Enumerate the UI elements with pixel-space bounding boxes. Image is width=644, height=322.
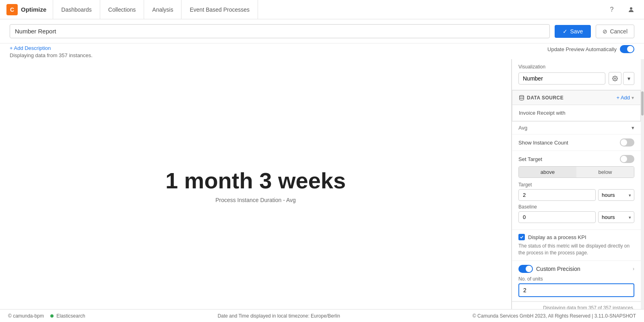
right-panel: Visualization Number ▾ — [512, 59, 641, 311]
target-unit-select-wrapper: hours minutes days — [598, 189, 634, 201]
logo-icon: C — [6, 4, 18, 15]
gear-button[interactable] — [609, 72, 621, 85]
update-preview-toggle[interactable] — [620, 45, 634, 53]
nav-analysis[interactable]: Analysis — [144, 0, 182, 19]
camunda-bpm-label: © camunda-bpm — [8, 313, 44, 319]
visualization-row: Number ▾ — [518, 72, 634, 85]
right-panel-container: Visualization Number ▾ — [511, 59, 644, 311]
timezone-label: Date and Time displayed in local timezon… — [218, 313, 340, 319]
app-title: Optimize — [21, 6, 46, 13]
baseline-unit-select[interactable]: hours minutes days — [598, 211, 634, 223]
visualization-select[interactable]: Number — [518, 72, 605, 85]
no-units-label: No. of units — [518, 276, 634, 282]
custom-precision-row: Custom Precision › — [518, 265, 634, 273]
above-button[interactable]: above — [519, 167, 576, 178]
version-label: © Camunda Services GmbH 2023, All Rights… — [473, 313, 636, 319]
collapsed-section-1[interactable]: Avg ▾ — [512, 122, 641, 134]
check-icon: ✓ — [563, 28, 568, 35]
target-unit-select[interactable]: hours minutes days — [598, 189, 634, 201]
show-instance-count-row: Show Instance Count — [512, 134, 641, 151]
visualization-label: Visualization — [518, 64, 634, 70]
visualization-section: Visualization Number ▾ — [512, 59, 641, 90]
baseline-unit-select-wrapper: hours minutes days — [598, 211, 634, 223]
viz-controls: ▾ — [609, 72, 634, 85]
above-below-selector: above below — [518, 166, 634, 178]
baseline-label: Baseline — [518, 204, 634, 210]
nav-items: Dashboards Collections Analysis Event Ba… — [53, 0, 605, 19]
set-target-toggle-row: Set Target — [518, 151, 634, 166]
baseline-value-input[interactable] — [518, 211, 596, 223]
data-source-header: DATA SOURCE + Add ▾ — [512, 91, 640, 105]
baseline-row: Baseline hours minutes days — [518, 204, 634, 223]
cancel-icon: ⊘ — [603, 28, 607, 35]
target-row: Target hours minutes days — [518, 182, 634, 201]
main-label-display: Process Instance Duration - Avg — [215, 197, 296, 203]
scrollbar-track — [641, 59, 644, 311]
data-source-title: DATA SOURCE — [519, 95, 564, 101]
report-title-input[interactable] — [10, 24, 550, 38]
elasticsearch-status: Elasticsearch — [50, 313, 85, 319]
target-value-input[interactable] — [518, 189, 596, 201]
kpi-label: Display as a process KPI — [528, 234, 586, 240]
app-logo[interactable]: C Optimize — [6, 4, 46, 15]
data-source-panel: DATA SOURCE + Add ▾ Invoice Receipt with — [512, 90, 641, 122]
save-button[interactable]: ✓ Save — [555, 25, 591, 38]
nav-event-based[interactable]: Event Based Processes — [182, 0, 258, 19]
svg-point-1 — [614, 78, 616, 79]
baseline-input-row: hours minutes days — [518, 211, 634, 223]
set-target-section: Set Target above below Target hours min — [512, 151, 641, 230]
kpi-row: Display as a process KPI — [518, 234, 634, 240]
scrollbar-thumb[interactable] — [641, 91, 644, 116]
nav-collections[interactable]: Collections — [100, 0, 144, 19]
target-label: Target — [518, 182, 634, 188]
main-value-display: 1 month 3 weeks — [165, 167, 346, 194]
custom-precision-section: Custom Precision › No. of units — [512, 261, 641, 301]
nav-dashboards[interactable]: Dashboards — [53, 0, 100, 19]
report-toolbar: ✓ Save ⊘ Cancel — [0, 19, 644, 43]
kpi-section: Display as a process KPI The status of t… — [512, 230, 641, 261]
add-data-source-button[interactable]: + Add — [616, 95, 630, 101]
data-source-content: Invoice Receipt with — [512, 105, 640, 121]
user-icon[interactable] — [625, 3, 638, 16]
show-instance-count-label: Show Instance Count — [518, 140, 568, 146]
instances-count-text: Displaying data from 357 instances. — [10, 52, 93, 58]
custom-precision-label: Custom Precision — [536, 266, 580, 272]
elasticsearch-status-dot — [50, 314, 54, 318]
set-target-label: Set Target — [518, 156, 542, 162]
kpi-checkbox[interactable] — [518, 234, 525, 240]
add-description-link[interactable]: + Add Description — [10, 45, 93, 51]
bottom-bar: © camunda-bpm Elasticsearch Date and Tim… — [0, 309, 644, 322]
update-preview-label: Update Preview Automatically — [547, 46, 617, 52]
kpi-description: The status of this metric will be displa… — [518, 243, 634, 256]
show-instance-count-toggle[interactable] — [620, 138, 634, 147]
expand-chevron-icon[interactable]: ▾ — [632, 95, 634, 101]
below-button[interactable]: below — [576, 167, 634, 178]
custom-precision-toggle[interactable] — [518, 265, 533, 273]
main-visualization-area: 1 month 3 weeks Process Instance Duratio… — [0, 59, 511, 311]
top-nav-right: ? — [605, 3, 638, 16]
top-navigation: C Optimize Dashboards Collections Analys… — [0, 0, 644, 19]
custom-precision-expand-icon[interactable]: › — [633, 266, 634, 272]
bottom-left: © camunda-bpm Elasticsearch — [8, 313, 85, 319]
update-preview-toggle-area: Update Preview Automatically — [547, 45, 634, 53]
target-input-row: hours minutes days — [518, 189, 634, 201]
svg-point-0 — [630, 7, 632, 10]
section-chevron-1[interactable]: ▾ — [632, 125, 634, 131]
svg-point-2 — [520, 95, 524, 97]
help-icon[interactable]: ? — [605, 3, 618, 16]
cancel-button[interactable]: ⊘ Cancel — [596, 25, 634, 38]
viz-chevron-button[interactable]: ▾ — [623, 72, 634, 85]
no-units-input[interactable] — [518, 283, 634, 297]
set-target-toggle[interactable] — [620, 155, 634, 163]
